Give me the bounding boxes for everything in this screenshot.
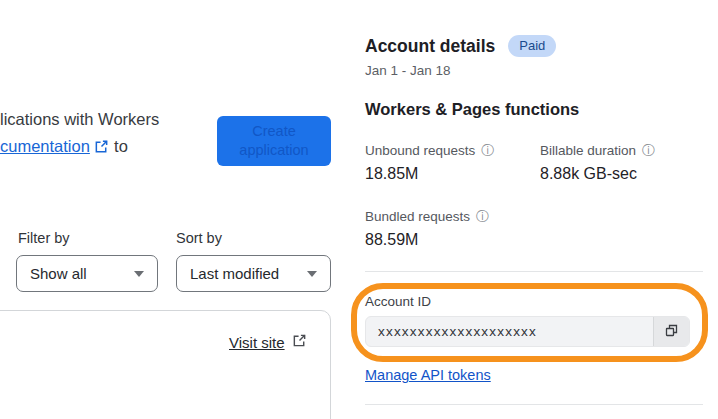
intro-after-link: to (109, 137, 127, 155)
documentation-link[interactable]: cumentation (0, 137, 90, 155)
info-icon[interactable]: ⓘ (642, 144, 655, 157)
functions-section-title: Workers & Pages functions (365, 100, 579, 119)
metric-label: Billable duration ⓘ (540, 143, 655, 158)
metric-label: Bundled requests ⓘ (365, 209, 489, 224)
external-link-icon (292, 333, 307, 352)
date-range: Jan 1 - Jan 18 (365, 63, 451, 78)
divider (365, 404, 703, 405)
chevron-down-icon (134, 271, 144, 277)
metric-bundled-requests: Bundled requests ⓘ 88.59M (365, 209, 489, 249)
chevron-down-icon (307, 271, 317, 277)
metric-label: Unbound requests ⓘ (365, 143, 494, 158)
metric-unbound-requests: Unbound requests ⓘ 18.85M (365, 143, 494, 183)
copy-icon (664, 323, 679, 341)
external-link-icon (94, 135, 109, 162)
sort-dropdown[interactable]: Last modified (176, 255, 331, 292)
account-details-title: Account details (365, 36, 495, 57)
sort-dropdown-value: Last modified (190, 265, 279, 282)
account-id-label: Account ID (365, 294, 431, 309)
account-id-value[interactable]: xxxxxxxxxxxxxxxxxxxx (366, 317, 653, 346)
metric-value: 8.88k GB-sec (540, 165, 655, 183)
divider (365, 271, 703, 272)
filter-dropdown[interactable]: Show all (16, 255, 158, 292)
filter-dropdown-value: Show all (30, 265, 87, 282)
account-details-header: Account details Paid (365, 35, 556, 57)
metric-value: 18.85M (365, 165, 494, 183)
project-card (0, 310, 331, 419)
manage-api-tokens-link[interactable]: Manage API tokens (365, 367, 491, 383)
visit-site-link[interactable]: Visit site (229, 333, 307, 352)
account-id-field: xxxxxxxxxxxxxxxxxxxx (365, 316, 690, 347)
info-icon[interactable]: ⓘ (476, 210, 489, 223)
workers-pages-dashboard: lications with Workers cumentation to Cr… (0, 0, 718, 419)
info-icon[interactable]: ⓘ (481, 144, 494, 157)
intro-text: lications with Workers cumentation to (0, 106, 159, 162)
filter-by-label: Filter by (18, 230, 70, 246)
metric-billable-duration: Billable duration ⓘ 8.88k GB-sec (540, 143, 655, 183)
copy-button[interactable] (653, 317, 689, 346)
intro-line-1: lications with Workers (0, 106, 159, 133)
intro-line-2: cumentation to (0, 133, 159, 162)
create-application-button[interactable]: Create application (217, 116, 331, 166)
sort-by-label: Sort by (176, 230, 222, 246)
plan-badge: Paid (508, 35, 556, 57)
visit-site-label: Visit site (229, 334, 285, 351)
metric-value: 88.59M (365, 231, 489, 249)
